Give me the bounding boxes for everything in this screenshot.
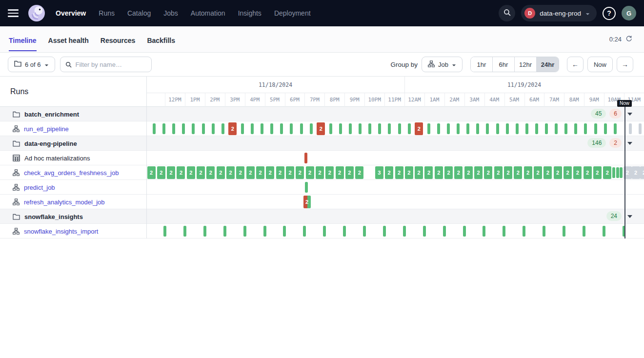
run-mark-success[interactable]: [483, 226, 485, 237]
filter-by-name-input[interactable]: [60, 57, 152, 72]
run-mark-success[interactable]: 2: [385, 166, 393, 179]
run-mark-success[interactable]: [153, 123, 156, 134]
run-mark-success[interactable]: 2: [246, 166, 255, 179]
run-mark-success[interactable]: 2: [573, 166, 582, 179]
row-label-snowflake_insights[interactable]: snowflake_insights: [24, 213, 83, 220]
run-mark-success[interactable]: [203, 226, 206, 237]
run-mark-success[interactable]: 2: [236, 166, 244, 179]
run-mark-success[interactable]: [223, 226, 226, 237]
run-mark-scheduled[interactable]: 2: [632, 166, 640, 179]
nav-item-automation[interactable]: Automation: [191, 9, 225, 17]
run-mark-success[interactable]: 2: [336, 166, 344, 179]
run-mark-success[interactable]: [612, 167, 615, 178]
previous-period-button[interactable]: ←: [567, 57, 584, 72]
run-mark-success[interactable]: [584, 123, 587, 134]
run-mark-success[interactable]: [243, 226, 246, 237]
next-period-button[interactable]: →: [617, 57, 633, 72]
row-label-run_etl_pipeline[interactable]: run_etl_pipeline: [24, 125, 69, 133]
run-mark-success[interactable]: [516, 123, 519, 134]
run-mark-success[interactable]: [323, 226, 326, 237]
expand-caret-button[interactable]: [627, 215, 632, 218]
run-mark-success[interactable]: 2: [534, 166, 542, 179]
run-mark-scheduled[interactable]: 2: [640, 166, 644, 179]
range-button-1hr[interactable]: 1hr: [471, 57, 493, 72]
run-mark-success[interactable]: 2: [514, 166, 522, 179]
run-mark-success[interactable]: [363, 226, 366, 237]
run-mark-success[interactable]: 2: [266, 166, 274, 179]
run-mark-success[interactable]: [523, 226, 525, 237]
user-avatar[interactable]: G: [622, 6, 636, 20]
run-mark-mixed[interactable]: 2: [303, 196, 311, 208]
range-button-24hr[interactable]: 24hr: [537, 57, 559, 72]
row-label-ad_hoc_materializations[interactable]: Ad hoc materializations: [24, 155, 90, 162]
row-label-snowflake_insights_import[interactable]: snowflake_insights_import: [24, 228, 98, 235]
run-mark-success[interactable]: 2: [296, 166, 304, 179]
run-mark-success[interactable]: [594, 123, 597, 134]
run-mark-success[interactable]: 2: [603, 166, 611, 179]
nav-item-runs[interactable]: Runs: [99, 9, 115, 17]
row-label-batch_enrichment[interactable]: batch_enrichment: [24, 111, 79, 118]
run-mark-success[interactable]: [261, 123, 263, 134]
run-mark-success[interactable]: [616, 167, 619, 178]
run-mark-success[interactable]: 2: [435, 166, 443, 179]
run-mark-success[interactable]: [555, 123, 558, 134]
run-mark-success[interactable]: [251, 123, 254, 134]
run-mark-success[interactable]: 2: [564, 166, 572, 179]
run-mark-success[interactable]: [408, 123, 411, 134]
run-mark-success[interactable]: 2: [345, 166, 354, 179]
run-mark-success[interactable]: [378, 123, 381, 134]
run-mark-success[interactable]: [423, 226, 426, 237]
row-label-predict_job[interactable]: predict_job: [24, 184, 55, 191]
repo-filter-dropdown[interactable]: 6 of 6: [8, 57, 55, 72]
run-mark-failure[interactable]: 2: [415, 122, 423, 135]
row-label-data_eng_pipeline[interactable]: data-eng-pipeline: [24, 140, 77, 147]
dagster-logo-icon[interactable]: [27, 4, 46, 22]
now-button[interactable]: Now: [587, 57, 613, 72]
run-mark-success[interactable]: [564, 123, 567, 134]
run-mark-success[interactable]: 2: [524, 166, 532, 179]
run-mark-scheduled[interactable]: [629, 123, 632, 134]
run-mark-success[interactable]: 2: [325, 166, 334, 179]
run-mark-success[interactable]: [486, 123, 489, 134]
nav-item-overview[interactable]: Overview: [56, 9, 86, 17]
row-label-refresh_analytics_model_job[interactable]: refresh_analytics_model_job: [24, 199, 104, 206]
run-mark-success[interactable]: 2: [474, 166, 483, 179]
run-mark-success[interactable]: [447, 123, 450, 134]
run-mark-success[interactable]: [443, 226, 446, 237]
run-mark-success[interactable]: 2: [415, 166, 423, 179]
run-mark-success[interactable]: 2: [147, 166, 156, 179]
run-mark-success[interactable]: [525, 123, 528, 134]
run-mark-success[interactable]: [398, 123, 401, 134]
expand-caret-button[interactable]: [627, 113, 632, 116]
run-mark-success[interactable]: [172, 123, 175, 134]
help-button[interactable]: ?: [603, 7, 616, 20]
run-mark-success[interactable]: [303, 226, 306, 237]
run-mark-success[interactable]: [368, 123, 371, 134]
run-mark-success[interactable]: 2: [484, 166, 492, 179]
workspace-switcher[interactable]: D data-eng-prod: [521, 5, 597, 21]
tab-backfills[interactable]: Backfills: [147, 29, 175, 51]
run-mark-success[interactable]: 2: [316, 166, 324, 179]
tab-timeline[interactable]: Timeline: [9, 29, 37, 51]
row-label-check_avg_orders_freshness_job[interactable]: check_avg_orders_freshness_job: [24, 169, 119, 177]
run-mark-success[interactable]: [383, 226, 386, 237]
run-mark-success[interactable]: [574, 123, 577, 134]
run-mark-success[interactable]: [359, 123, 362, 134]
run-mark-success[interactable]: 2: [464, 166, 473, 179]
run-mark-success[interactable]: [543, 226, 545, 237]
nav-item-jobs[interactable]: Jobs: [163, 9, 178, 17]
run-mark-success[interactable]: 2: [424, 166, 433, 179]
run-mark-success[interactable]: [300, 123, 303, 134]
run-mark-success[interactable]: [343, 226, 346, 237]
run-mark-success[interactable]: 2: [256, 166, 264, 179]
run-mark-scheduled[interactable]: [639, 123, 642, 134]
run-mark-success[interactable]: 2: [543, 166, 552, 179]
run-mark-success[interactable]: 2: [306, 166, 314, 179]
run-mark-success[interactable]: [620, 167, 623, 178]
run-mark-success[interactable]: [545, 123, 548, 134]
nav-item-insights[interactable]: Insights: [238, 9, 262, 17]
run-mark-success[interactable]: [535, 123, 538, 134]
run-mark-success[interactable]: 2: [157, 166, 165, 179]
run-mark-success[interactable]: 2: [395, 166, 403, 179]
run-mark-success[interactable]: [563, 226, 565, 237]
